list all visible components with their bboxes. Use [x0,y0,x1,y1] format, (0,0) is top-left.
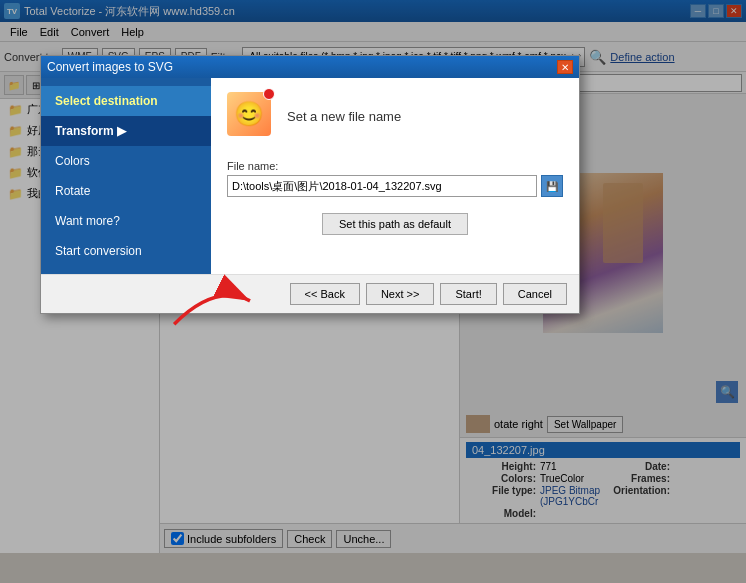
modal-dialog: Convert images to SVG ✕ Select destinati… [40,55,580,314]
sidebar-start-conversion[interactable]: Start conversion [41,236,211,266]
modal-body: Select destination Transform ▶ Colors Ro… [41,78,579,274]
modal-icon-emoji: 😊 [234,100,264,128]
filename-row: 💾 [227,175,563,197]
filename-input[interactable] [227,175,537,197]
modal-icon-badge [263,88,275,100]
back-btn[interactable]: << Back [290,283,360,305]
sidebar-select-destination[interactable]: Select destination [41,86,211,116]
filename-label: File name: [227,160,563,172]
modal-title-bar: Convert images to SVG ✕ [41,56,579,78]
set-path-btn[interactable]: Set this path as default [322,213,468,235]
modal-icon-container: 😊 [227,92,275,140]
sidebar-want-more[interactable]: Want more? [41,206,211,236]
modal-content: 😊 Set a new file name File name: 💾 Se [211,78,579,274]
set-filename-label: Set a new file name [287,109,401,124]
modal-overlay: Convert images to SVG ✕ Select destinati… [0,0,746,583]
sidebar-transform[interactable]: Transform ▶ [41,116,211,146]
modal-header-row: 😊 Set a new file name [227,92,563,140]
sidebar-colors[interactable]: Colors [41,146,211,176]
next-btn[interactable]: Next >> [366,283,435,305]
browse-btn[interactable]: 💾 [541,175,563,197]
cancel-btn[interactable]: Cancel [503,283,567,305]
start-btn[interactable]: Start! [440,283,496,305]
sidebar-rotate[interactable]: Rotate [41,176,211,206]
modal-title: Convert images to SVG [47,60,557,74]
filename-section: File name: 💾 [227,160,563,197]
modal-icon-img: 😊 [227,92,271,136]
modal-footer: << Back Next >> Start! Cancel [41,274,579,313]
modal-close-btn[interactable]: ✕ [557,60,573,74]
modal-sidebar: Select destination Transform ▶ Colors Ro… [41,78,211,274]
